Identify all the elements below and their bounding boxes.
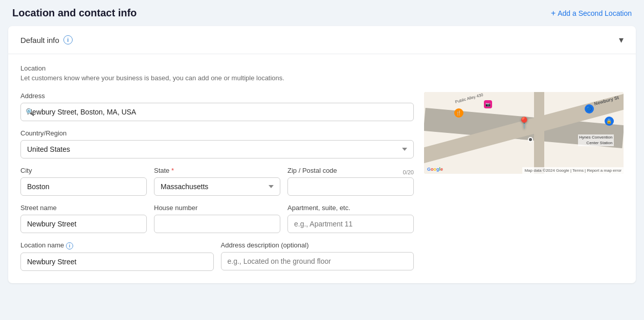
- state-label: State *: [154, 167, 280, 174]
- house-label: House number: [154, 204, 280, 212]
- google-logo: Google: [427, 167, 443, 172]
- city-field-group: City: [20, 167, 147, 196]
- address-label: Address: [20, 92, 414, 100]
- location-name-label: Location name i: [20, 241, 214, 249]
- card-header-left: Default info i: [20, 35, 73, 44]
- country-field-group: Country/Region United States: [20, 129, 414, 158]
- state-required-marker: *: [171, 167, 174, 174]
- map-blue-icon-top: 🔵: [585, 104, 594, 113]
- form-left: Address 🔍 Country/Region United States: [20, 92, 414, 271]
- location-name-info-icon[interactable]: i: [66, 242, 73, 249]
- address-desc-field-group: Address description (optional): [221, 241, 414, 271]
- map-bg: Newbury St Public Alley 430 🍴 📷 🔵 🔒 📍 Hy…: [424, 92, 624, 174]
- address-field-group: Address 🔍: [20, 92, 414, 121]
- location-name-desc-row: Location name i Address description (opt…: [20, 241, 414, 271]
- address-input[interactable]: [20, 103, 414, 121]
- apartment-label: Apartment, suite, etc.: [287, 204, 414, 212]
- map-area: Newbury St Public Alley 430 🍴 📷 🔵 🔒 📍 Hy…: [424, 92, 624, 271]
- country-label: Country/Region: [20, 129, 414, 137]
- state-select[interactable]: Massachusetts: [154, 177, 280, 196]
- street-label: Street name: [20, 204, 147, 212]
- chevron-down-icon: ▾: [619, 34, 624, 45]
- map-container: Newbury St Public Alley 430 🍴 📷 🔵 🔒 📍 Hy…: [424, 92, 624, 174]
- state-field-group: State * Massachusetts: [154, 167, 280, 196]
- map-public-alley-label: Public Alley 430: [455, 93, 484, 104]
- city-label: City: [20, 167, 147, 174]
- map-pink-icon: 📷: [484, 100, 492, 108]
- city-input[interactable]: [20, 177, 147, 196]
- add-second-location-button[interactable]: + Add a Second Location: [551, 9, 632, 18]
- info-icon[interactable]: i: [63, 35, 73, 44]
- map-road-vertical: [534, 92, 544, 174]
- plus-icon: +: [551, 9, 556, 18]
- search-icon: 🔍: [26, 108, 34, 116]
- address-desc-label: Address description (optional): [221, 241, 414, 249]
- address-input-wrapper: 🔍: [20, 103, 414, 121]
- page-title: Location and contact info: [12, 7, 137, 19]
- location-name-field-group: Location name i: [20, 241, 214, 271]
- default-info-card: Default info i ▾ Location Let customers …: [8, 26, 636, 283]
- default-info-label: Default info: [20, 36, 59, 44]
- map-hynes-label: Hynes ConventionCenter Station: [578, 134, 613, 146]
- card-body: Location Let customers know where your b…: [8, 54, 636, 283]
- map-restaurant-icon: 🍴: [454, 108, 463, 118]
- page-header: Location and contact info + Add a Second…: [0, 0, 644, 26]
- map-pin: 📍: [517, 117, 531, 130]
- location-name-input[interactable]: [20, 253, 214, 271]
- card-header[interactable]: Default info i ▾: [8, 26, 636, 54]
- zip-input[interactable]: [287, 177, 414, 196]
- house-input[interactable]: [154, 215, 280, 233]
- street-house-apt-row: Street name House number Apartment, suit…: [20, 204, 414, 233]
- map-pin-dot: [528, 137, 533, 142]
- zip-field-group: Zip / Postal code 0/20: [287, 167, 414, 196]
- location-desc: Let customers know where your business i…: [20, 74, 624, 82]
- map-blue-icon-side: 🔒: [605, 117, 614, 126]
- zip-label: Zip / Postal code: [287, 167, 337, 174]
- apartment-input[interactable]: [287, 215, 414, 233]
- zip-count: 0/20: [403, 169, 414, 175]
- location-heading: Location: [20, 64, 624, 72]
- zip-header: Zip / Postal code 0/20: [287, 167, 414, 177]
- city-state-zip-row: City State * Massachusetts Zip / Pos: [20, 167, 414, 196]
- map-footer: Map data ©2024 Google | Terms | Report a…: [522, 167, 624, 174]
- country-select[interactable]: United States: [20, 140, 414, 158]
- apartment-field-group: Apartment, suite, etc.: [287, 204, 414, 233]
- address-desc-input[interactable]: [221, 252, 414, 270]
- street-field-group: Street name: [20, 204, 147, 233]
- house-field-group: House number: [154, 204, 280, 233]
- form-grid: Address 🔍 Country/Region United States: [20, 92, 624, 271]
- street-input[interactable]: [20, 215, 147, 233]
